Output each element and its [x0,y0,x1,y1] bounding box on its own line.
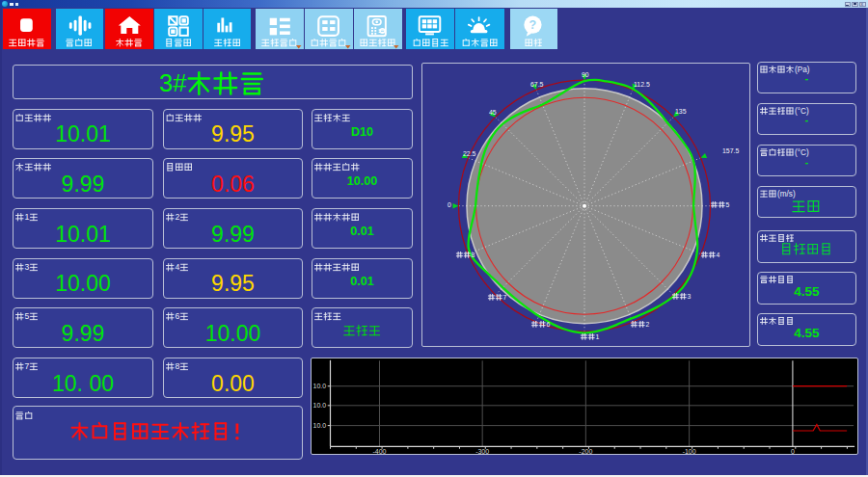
svg-text:10.0: 10.0 [312,383,326,389]
svg-text:7: 7 [502,293,506,300]
svg-text:90: 90 [582,70,589,77]
svg-text:1: 1 [24,212,29,222]
svg-text:157.5: 157.5 [722,147,739,154]
svg-text:0: 0 [448,200,451,207]
svg-text:-400: -400 [372,448,386,455]
svg-text:0: 0 [791,448,795,455]
svg-text:112.5: 112.5 [634,81,650,88]
svg-text:?: ? [529,18,537,32]
svg-text:2: 2 [645,321,649,328]
svg-text:45: 45 [489,108,497,115]
svg-text:7: 7 [24,361,29,371]
svg-text:2: 2 [175,212,179,222]
svg-text:(Pa): (Pa) [795,66,810,74]
svg-text:(°C): (°C) [795,107,809,116]
svg-text:(m/s): (m/s) [777,190,796,199]
svg-text:4: 4 [717,252,720,258]
svg-text:6: 6 [546,320,550,327]
svg-text:22.5: 22.5 [463,150,476,157]
svg-text:67.5: 67.5 [530,80,544,87]
svg-text:5: 5 [726,200,730,207]
svg-text:4: 4 [175,262,179,272]
svg-text:3: 3 [687,293,691,300]
svg-text:-100: -100 [682,448,695,455]
svg-text:-200: -200 [579,448,592,455]
svg-text:8: 8 [472,251,475,257]
svg-text:10.0: 10.0 [312,422,326,429]
svg-text:(°C): (°C) [795,148,809,157]
svg-text:5: 5 [24,312,29,322]
svg-text:3#: 3# [159,69,187,96]
svg-text:135: 135 [675,108,687,115]
svg-text:8: 8 [175,361,179,371]
svg-text:6: 6 [175,312,179,322]
svg-text:1: 1 [595,332,599,339]
svg-text:3: 3 [24,262,29,272]
svg-text:10.0: 10.0 [312,402,326,409]
svg-text:-300: -300 [475,448,489,455]
